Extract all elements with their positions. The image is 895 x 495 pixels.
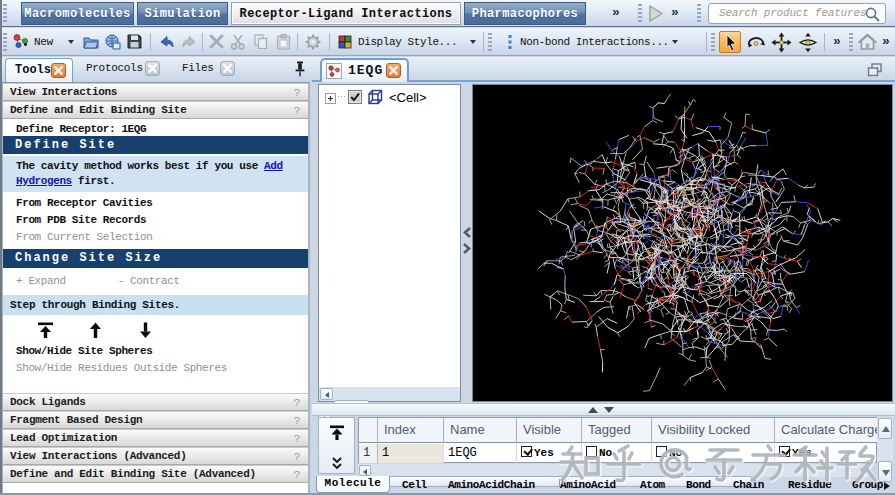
help-icon[interactable]: ?: [294, 449, 300, 465]
tab-scroll-right-arrow[interactable]: [884, 482, 890, 490]
close-tools-tab-button[interactable]: [51, 63, 66, 78]
next-binding-site-button[interactable]: [136, 321, 156, 345]
toolbar-grip[interactable]: [697, 4, 701, 23]
nonbond-caret[interactable]: [672, 40, 678, 44]
molecule-3d-viewer[interactable]: [472, 84, 893, 402]
section-header-define-edit-advanced[interactable]: Define and Edit Binding Site (Advanced) …: [3, 465, 308, 483]
new-button[interactable]: [12, 33, 31, 56]
section-header-fragment-based-design[interactable]: Fragment Based Design ?: [3, 411, 308, 429]
tree-horizontal-scrollbar[interactable]: [319, 387, 460, 401]
help-icon[interactable]: ?: [294, 413, 300, 429]
pin-panel-button[interactable]: [293, 60, 307, 83]
undo-button[interactable]: [157, 33, 176, 56]
document-tab-1eqg[interactable]: 1EQG: [320, 58, 409, 82]
open-button[interactable]: [82, 33, 100, 56]
action-from-receptor-cavities[interactable]: From Receptor Cavities: [16, 197, 321, 209]
row-header[interactable]: 1: [359, 444, 378, 463]
display-style-caret[interactable]: [470, 40, 476, 44]
previous-binding-site-button[interactable]: [86, 321, 106, 345]
delete-button[interactable]: [208, 33, 225, 55]
home-button[interactable]: [857, 32, 878, 57]
bottom-tab-molecule[interactable]: Molecule: [316, 476, 390, 493]
help-icon[interactable]: ?: [294, 395, 300, 411]
new-button-label[interactable]: New: [34, 34, 53, 50]
bottom-tab-aminoacid[interactable]: AminoAcid: [560, 479, 616, 491]
close-protocols-tab-button[interactable]: [145, 61, 160, 76]
cell-visibility-locked[interactable]: No: [652, 444, 775, 463]
table-horizontal-scrollbar[interactable]: [358, 464, 868, 477]
cell-visible[interactable]: Yes: [517, 444, 582, 463]
ribbon-tab-simulation[interactable]: Simulation: [137, 2, 228, 25]
cell-calculate-charge[interactable]: Yes: [775, 444, 878, 463]
open-url-button[interactable]: [104, 33, 122, 56]
scroll-left-button[interactable]: [359, 465, 371, 476]
ribbon-tab-receptor-ligand-interactions[interactable]: Receptor-Ligand Interactions: [231, 2, 461, 25]
settings-button[interactable]: [304, 33, 322, 56]
toolbar-grip[interactable]: [3, 4, 7, 23]
restore-window-button[interactable]: [867, 62, 883, 82]
toolbar-grip[interactable]: [488, 33, 492, 51]
bottom-tab-group[interactable]: Group: [852, 479, 883, 491]
toolbar-grip[interactable]: [638, 4, 642, 23]
ribbon-tab-macromolecules[interactable]: Macromolecules: [21, 2, 134, 25]
close-files-tab-button[interactable]: [220, 61, 235, 76]
panel-tab-files[interactable]: Files: [182, 62, 214, 74]
search-input[interactable]: Search product features: [708, 3, 886, 24]
tree-expander[interactable]: [325, 91, 336, 109]
first-binding-site-button[interactable]: [36, 321, 56, 345]
scroll-to-top-button[interactable]: [328, 424, 346, 447]
expand-up-arrow-icon[interactable]: [588, 407, 598, 413]
checkbox-checked-icon[interactable]: [779, 446, 790, 457]
save-button[interactable]: [126, 33, 143, 55]
action-from-pdb-site-records[interactable]: From PDB Site Records: [16, 214, 321, 226]
action-show-hide-site-spheres[interactable]: Show/Hide Site Spheres: [16, 345, 321, 357]
cell-name[interactable]: 1EQG: [444, 444, 517, 463]
checkbox-checked-icon[interactable]: [521, 446, 532, 457]
rotate-tool-button[interactable]: [745, 32, 767, 58]
select-tool-button[interactable]: [719, 31, 741, 53]
cell-tagged[interactable]: No: [582, 444, 652, 463]
toolbar-grip[interactable]: [711, 33, 715, 51]
help-icon[interactable]: ?: [294, 467, 300, 483]
right-overflow-chevron[interactable]: »: [882, 32, 890, 52]
nonbond-interactions-label[interactable]: Non-bond Interactions...: [520, 34, 669, 50]
bottom-tab-chain[interactable]: Chain: [733, 479, 764, 491]
scroll-left-button[interactable]: [320, 388, 333, 400]
new-dropdown-caret[interactable]: [68, 40, 74, 44]
cell-index[interactable]: 1: [378, 444, 444, 463]
redo-button[interactable]: [179, 33, 198, 56]
bottom-tab-residue[interactable]: Residue: [788, 479, 831, 491]
table-vertical-scrollbar[interactable]: [877, 417, 893, 463]
cut-button[interactable]: [229, 33, 247, 56]
column-header-visible[interactable]: Visible: [517, 418, 582, 443]
paste-button[interactable]: [275, 33, 292, 56]
section-header-define-edit-binding-site[interactable]: Define and Edit Binding Site ?: [3, 101, 308, 119]
more-rows-button[interactable]: [330, 456, 344, 476]
panel-tab-protocols[interactable]: Protocols: [86, 62, 143, 74]
toolbar-grip[interactable]: [3, 33, 7, 51]
collapse-left-chevron[interactable]: [462, 226, 472, 239]
tree-node-cell[interactable]: <Cell>: [389, 90, 427, 105]
bottom-tab-aminoacidchain[interactable]: AminoAcidChain: [448, 479, 535, 491]
column-header-visibility-locked[interactable]: Visibility Locked: [652, 418, 775, 443]
run-overflow-chevron[interactable]: »: [671, 3, 679, 23]
help-icon[interactable]: ?: [294, 431, 300, 447]
scroll-up-button[interactable]: [878, 418, 892, 439]
bottom-panel-splitter[interactable]: [312, 403, 895, 416]
collapse-down-arrow-icon[interactable]: [604, 407, 614, 413]
section-header-dock-ligands[interactable]: Dock Ligands ?: [3, 393, 308, 411]
checkbox-unchecked-icon[interactable]: [586, 446, 597, 457]
section-header-view-interactions-advanced[interactable]: View Interactions (Advanced) ?: [3, 447, 308, 465]
checkbox-unchecked-icon[interactable]: [656, 446, 667, 457]
column-header-name[interactable]: Name: [444, 418, 517, 443]
column-header-tagged[interactable]: Tagged: [582, 418, 652, 443]
ribbon-overflow-chevron[interactable]: »: [612, 3, 620, 23]
bottom-tab-atom[interactable]: Atom: [640, 479, 665, 491]
nonbond-interactions-button[interactable]: [505, 34, 515, 55]
column-header-calculate-charge[interactable]: Calculate Charge: [775, 418, 878, 443]
search-icon[interactable]: [864, 6, 881, 23]
add-hydrogens-link[interactable]: Add: [264, 160, 283, 172]
section-header-lead-optimization[interactable]: Lead Optimization ?: [3, 429, 308, 447]
copy-button[interactable]: [252, 33, 270, 56]
display-style-button[interactable]: [337, 34, 354, 55]
